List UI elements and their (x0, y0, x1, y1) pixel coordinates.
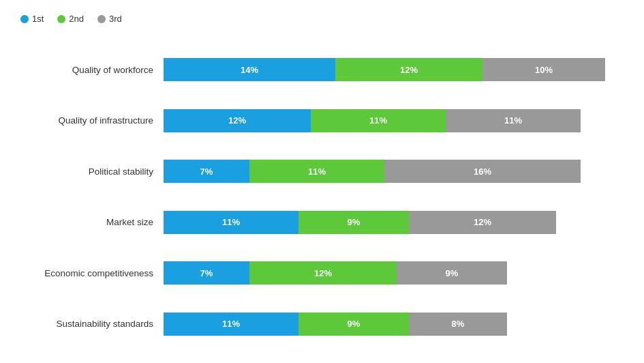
bar-row: Market size11%9%12% (14, 209, 624, 236)
bar-group: 14%12%10% (164, 58, 605, 81)
legend-item-3rd: 3rd (97, 14, 122, 24)
legend-item-1st: 1st (20, 14, 44, 24)
legend-item-2nd: 2nd (57, 14, 84, 24)
bar-row: Political stability7%11%16% (14, 158, 624, 185)
row-label: Political stability (14, 166, 164, 177)
row-label: Market size (14, 217, 164, 227)
chart-container: 1st 2nd 3rd Quality of workforce14%12%10… (0, 0, 644, 363)
bar-segment-green: 9% (298, 211, 409, 234)
row-label: Sustainability standards (14, 319, 164, 329)
bar-group: 11%9%8% (164, 313, 507, 336)
legend-label: 3rd (109, 14, 122, 24)
bar-segment-blue: 11% (164, 313, 298, 336)
row-label: Quality of infrastructure (14, 115, 164, 126)
bar-row: Quality of workforce14%12%10% (14, 56, 624, 83)
bar-segment-blue: 11% (164, 211, 298, 234)
legend-dot (57, 15, 65, 23)
bar-segment-blue: 12% (164, 109, 311, 132)
bar-segment-blue: 14% (164, 58, 335, 81)
legend-label: 1st (32, 14, 44, 24)
bar-group: 7%11%16% (164, 160, 581, 183)
bar-segment-gray: 11% (446, 109, 581, 132)
legend-dot (20, 15, 29, 23)
bar-row: Economic competitiveness7%12%9% (14, 259, 624, 287)
legend-dot (97, 15, 106, 23)
bar-segment-green: 11% (311, 109, 446, 132)
rows-container: Quality of workforce14%12%10%Quality of … (14, 44, 624, 349)
bar-row: Sustainability standards11%9%8% (14, 310, 624, 338)
bar-group: 12%11%11% (164, 109, 581, 132)
bar-segment-green: 12% (335, 58, 482, 81)
bar-group: 7%12%9% (164, 261, 507, 285)
bar-segment-blue: 7% (164, 261, 249, 285)
bar-segment-green: 9% (298, 313, 409, 336)
bar-group: 11%9%12% (164, 211, 556, 234)
legend-label: 2nd (69, 14, 84, 24)
row-label: Quality of workforce (14, 65, 164, 75)
bar-segment-gray: 10% (482, 58, 605, 81)
legend: 1st 2nd 3rd (14, 14, 624, 24)
bar-segment-blue: 7% (164, 160, 249, 183)
row-label: Economic competitiveness (14, 268, 164, 278)
bar-segment-gray: 8% (409, 313, 507, 336)
bar-segment-green: 11% (249, 160, 384, 183)
bar-segment-gray: 16% (384, 160, 581, 183)
bar-segment-gray: 9% (397, 261, 507, 285)
bar-segment-green: 12% (249, 261, 397, 285)
bar-segment-gray: 12% (409, 211, 556, 234)
bar-row: Quality of infrastructure12%11%11% (14, 107, 624, 134)
